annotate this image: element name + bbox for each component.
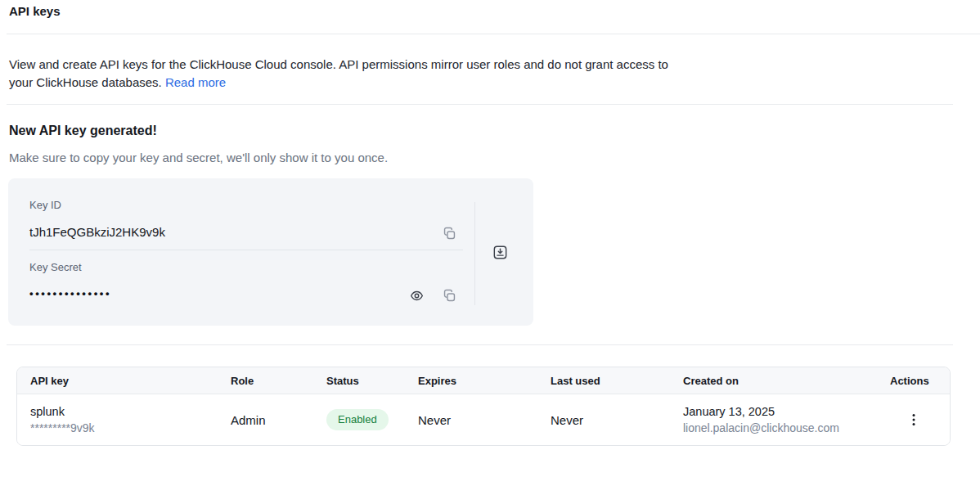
cell-status: Enabled: [313, 409, 405, 430]
key-id-value: tJh1FeQGBkziJ2HK9v9k: [29, 225, 165, 239]
divider-under-description: [7, 104, 953, 105]
api-keys-page: API keys View and create API keys for th…: [0, 0, 980, 477]
reveal-secret-button[interactable]: [407, 286, 426, 305]
api-key-masked: *********9v9k: [30, 420, 218, 436]
eye-icon: [410, 289, 424, 303]
page-description: View and create API keys for the ClickHo…: [9, 56, 745, 91]
table-row: splunk *********9v9k Admin Enabled Never…: [17, 394, 950, 445]
column-header-role: Role: [218, 375, 313, 387]
kebab-menu-icon: [912, 413, 915, 426]
copy-key-secret-button[interactable]: [439, 286, 459, 305]
api-key-name: splunk: [30, 403, 218, 420]
column-header-created-on: Created on: [670, 375, 877, 387]
new-key-banner-subtitle: Make sure to copy your key and secret, w…: [9, 151, 388, 164]
key-secret-label: Key Secret: [29, 261, 82, 273]
copy-key-id-button[interactable]: [439, 223, 459, 243]
key-card-divider: [29, 250, 463, 250]
description-line1: View and create API keys for the ClickHo…: [9, 57, 668, 71]
read-more-link[interactable]: Read more: [165, 75, 226, 89]
page-title: API keys: [9, 4, 61, 18]
row-actions-menu-button[interactable]: [904, 410, 924, 430]
column-header-api-key: API key: [17, 375, 218, 387]
cell-expires: Never: [405, 413, 537, 427]
column-header-actions: Actions: [877, 375, 950, 387]
new-key-card: Key ID tJh1FeQGBkziJ2HK9v9k Key Secret •…: [8, 178, 533, 326]
cell-last-used: Never: [537, 413, 670, 427]
description-line2: your ClickHouse databases.: [9, 75, 162, 89]
new-key-banner-title: New API key generated!: [9, 124, 157, 138]
download-credentials-button[interactable]: [490, 242, 510, 262]
created-by-email: lionel.palacin@clickhouse.com: [683, 420, 877, 436]
column-header-last-used: Last used: [537, 375, 670, 387]
key-id-label: Key ID: [29, 199, 61, 211]
key-secret-masked-value: ••••••••••••••: [29, 287, 111, 299]
created-date: January 13, 2025: [683, 403, 877, 420]
divider-under-title: [7, 34, 980, 34]
cell-created-on: January 13, 2025 lionel.palacin@clickhou…: [670, 403, 877, 436]
download-icon: [492, 245, 508, 260]
divider-above-table: [7, 344, 953, 345]
copy-icon: [443, 289, 456, 303]
cell-api-key: splunk *********9v9k: [17, 403, 218, 436]
copy-icon: [443, 227, 456, 241]
key-card-vertical-divider: [474, 202, 475, 305]
cell-actions: [877, 410, 950, 430]
table-header-row: API key Role Status Expires Last used Cr…: [17, 367, 950, 394]
api-keys-table: API key Role Status Expires Last used Cr…: [16, 367, 951, 446]
column-header-status: Status: [313, 375, 405, 387]
cell-role: Admin: [218, 413, 313, 427]
status-badge: Enabled: [326, 409, 389, 430]
column-header-expires: Expires: [405, 375, 537, 387]
